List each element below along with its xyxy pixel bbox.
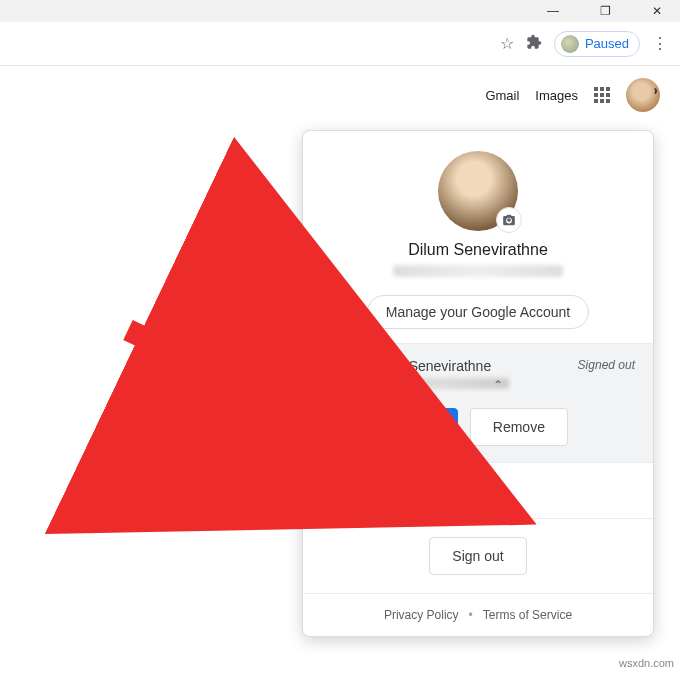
secondary-account-row: Dilum Senevirathne ⌃ Signed out Sign in … (303, 343, 653, 462)
account-menu: Dilum Senevirathne Manage your Google Ac… (302, 130, 654, 637)
extensions-icon[interactable] (526, 34, 542, 54)
remove-account-button[interactable]: Remove (470, 408, 568, 446)
images-link[interactable]: Images (535, 88, 578, 103)
google-apps-icon[interactable] (594, 87, 610, 103)
bookmark-star-icon[interactable]: ☆ (500, 34, 514, 53)
sign-out-row: Sign out (303, 518, 653, 593)
secondary-account-email-obscured (369, 378, 509, 389)
account-avatar-button[interactable] (626, 78, 660, 112)
privacy-policy-link[interactable]: Privacy Policy (384, 608, 459, 622)
sign-out-button[interactable]: Sign out (429, 537, 526, 575)
paused-label: Paused (585, 36, 629, 51)
person-add-icon (327, 479, 347, 502)
chevron-up-icon[interactable]: ⌃ (493, 378, 503, 392)
footer-separator: • (469, 608, 473, 622)
browser-menu-icon[interactable]: ⋮ (652, 34, 668, 53)
minimize-button[interactable]: — (536, 4, 570, 18)
window-titlebar: — ❐ ✕ (0, 0, 680, 22)
primary-account-email-obscured (393, 265, 563, 277)
profile-paused-pill[interactable]: Paused (554, 31, 640, 57)
watermark: wsxdn.com (619, 657, 674, 669)
add-another-label: Add another account (365, 483, 494, 499)
pill-avatar-icon (561, 35, 579, 53)
page-header: Gmail Images (0, 66, 680, 124)
manage-account-button[interactable]: Manage your Google Account (367, 295, 589, 329)
maximize-button[interactable]: ❐ (588, 4, 622, 18)
terms-link[interactable]: Terms of Service (483, 608, 572, 622)
camera-icon[interactable] (496, 207, 522, 233)
account-status: Signed out (578, 358, 635, 372)
secondary-avatar (321, 358, 355, 392)
primary-account-name: Dilum Senevirathne (323, 241, 633, 259)
sign-in-button[interactable]: Sign in (369, 408, 458, 446)
gmail-link[interactable]: Gmail (485, 88, 519, 103)
primary-avatar (438, 151, 518, 231)
account-menu-footer: Privacy Policy • Terms of Service (303, 593, 653, 636)
add-another-account[interactable]: Add another account (303, 462, 653, 518)
close-button[interactable]: ✕ (640, 4, 674, 18)
browser-toolbar: ☆ Paused ⋮ (0, 22, 680, 66)
secondary-account-name: Dilum Senevirathne (369, 358, 564, 374)
account-menu-header: Dilum Senevirathne Manage your Google Ac… (303, 131, 653, 343)
